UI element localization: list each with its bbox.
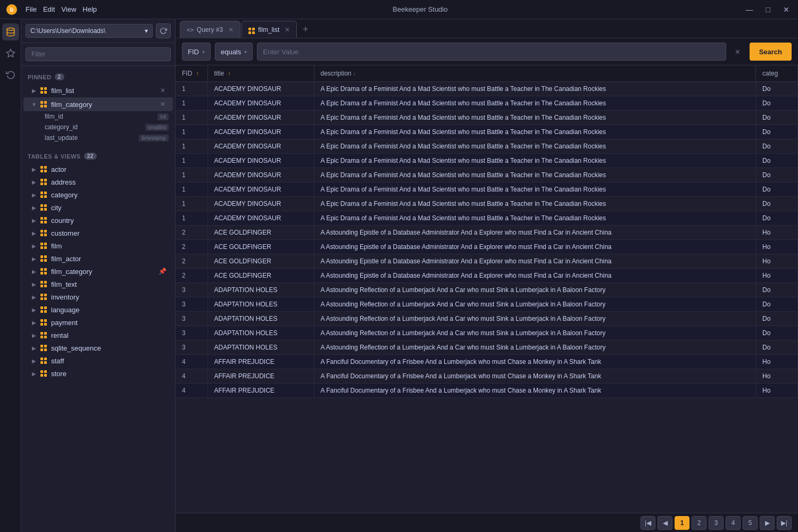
sidebar-item-film-category-table[interactable]: ▶ film_category 📌: [23, 265, 173, 278]
cell-description: A Epic Drama of a Feminist And a Mad Sci…: [314, 82, 756, 96]
first-page-button[interactable]: |◀: [641, 516, 655, 530]
last-page-button[interactable]: ▶|: [777, 516, 792, 530]
add-tab-button[interactable]: +: [298, 22, 313, 37]
connection-select[interactable]: C:\Users\User\Downloads\ ▾: [26, 24, 153, 38]
close-button[interactable]: ✕: [781, 5, 792, 14]
cell-title: ADAPTATION HOLES: [207, 326, 314, 340]
tree-child-last-update: last_update timestamp: [21, 132, 175, 143]
sidebar-item-staff[interactable]: ▶ staff: [23, 354, 173, 367]
menu-help[interactable]: Help: [82, 5, 97, 13]
filter-value-input[interactable]: [257, 43, 726, 61]
sidebar-item-inventory[interactable]: ▶ inventory: [23, 290, 173, 303]
table-row[interactable]: 4 AFFAIR PREJUDICE A Fanciful Documentar…: [176, 384, 798, 398]
cell-description: A Epic Drama of a Feminist And a Mad Sci…: [314, 168, 756, 182]
page-5-button[interactable]: 5: [743, 516, 758, 530]
table-row[interactable]: 1 ACADEMY DINOSAUR A Epic Drama of a Fem…: [176, 125, 798, 139]
table-row[interactable]: 1 ACADEMY DINOSAUR A Epic Drama of a Fem…: [176, 154, 798, 168]
search-button[interactable]: Search: [750, 43, 792, 61]
sidebar-item-category[interactable]: ▶ category: [23, 188, 173, 201]
data-table: FID ↑ title ↑ description ↓ categ 1 ACAD…: [176, 65, 798, 398]
table-row[interactable]: 1 ACADEMY DINOSAUR A Epic Drama of a Fem…: [176, 197, 798, 211]
table-row[interactable]: 1 ACADEMY DINOSAUR A Epic Drama of a Fem…: [176, 182, 798, 197]
table-row[interactable]: 2 ACE GOLDFINGER A Astounding Epistle of…: [176, 254, 798, 269]
sidebar-item-film-category[interactable]: ▼ film_category ✕: [23, 97, 173, 111]
filter-clear-button[interactable]: ✕: [730, 44, 745, 59]
cell-title: ACADEMY DINOSAUR: [207, 154, 314, 168]
tab-query3-close[interactable]: ✕: [228, 26, 234, 34]
table-grid-icon-inventory: [39, 293, 48, 301]
operator-select-label: equals: [221, 48, 241, 56]
sidebar-item-sqlite-sequence[interactable]: ▶ sqlite_sequence: [23, 342, 173, 354]
table-row[interactable]: 1 ACADEMY DINOSAUR A Epic Drama of a Fem…: [176, 111, 798, 125]
refresh-button[interactable]: [156, 23, 171, 38]
history-icon-btn[interactable]: [2, 66, 19, 83]
cell-title: ACADEMY DINOSAUR: [207, 139, 314, 154]
sidebar-item-film-actor[interactable]: ▶ film_actor: [23, 252, 173, 265]
cell-categ: Do: [756, 312, 798, 326]
sidebar-item-payment[interactable]: ▶ payment: [23, 316, 173, 329]
pagination: |◀ ◀ 1 2 3 4 5 ▶ ▶|: [176, 513, 798, 532]
next-page-button[interactable]: ▶: [760, 516, 775, 530]
col-header-title[interactable]: title ↑: [207, 65, 314, 82]
table-container[interactable]: FID ↑ title ↑ description ↓ categ 1 ACAD…: [176, 65, 798, 513]
tab-query3[interactable]: <> Query #3 ✕: [180, 21, 240, 38]
sidebar-filter-bar: [21, 43, 175, 66]
col-header-categ[interactable]: categ: [756, 65, 798, 82]
table-row[interactable]: 3 ADAPTATION HOLES A Astounding Reflecti…: [176, 312, 798, 326]
table-row[interactable]: 1 ACADEMY DINOSAUR A Epic Drama of a Fem…: [176, 168, 798, 182]
tab-film-list-close[interactable]: ✕: [285, 26, 290, 34]
chevron-right-icon-country: ▶: [30, 216, 38, 225]
database-icon-btn[interactable]: [2, 23, 19, 40]
page-3-button[interactable]: 3: [709, 516, 724, 530]
table-row[interactable]: 3 ADAPTATION HOLES A Astounding Reflecti…: [176, 340, 798, 355]
table-row[interactable]: 3 ADAPTATION HOLES A Astounding Reflecti…: [176, 297, 798, 312]
col-header-description[interactable]: description ↓: [314, 65, 756, 82]
sidebar-item-store[interactable]: ▶ store: [23, 367, 173, 380]
tab-film-list[interactable]: film_list ✕: [242, 21, 297, 38]
cell-description: A Epic Drama of a Feminist And a Mad Sci…: [314, 197, 756, 211]
table-row[interactable]: 3 ADAPTATION HOLES A Astounding Reflecti…: [176, 283, 798, 297]
close-icon[interactable]: ✕: [159, 86, 167, 95]
sidebar-item-actor[interactable]: ▶ actor: [23, 163, 173, 176]
cell-title: ACADEMY DINOSAUR: [207, 125, 314, 139]
operator-select[interactable]: equals ▾: [215, 43, 253, 61]
page-1-button[interactable]: 1: [675, 516, 689, 530]
menu-file[interactable]: File: [26, 5, 37, 13]
sidebar-item-city[interactable]: ▶ city: [23, 201, 173, 214]
cell-title: ADAPTATION HOLES: [207, 312, 314, 326]
sidebar-item-address[interactable]: ▶ address: [23, 176, 173, 188]
sidebar-item-customer[interactable]: ▶ customer: [23, 227, 173, 239]
cell-categ: Ho: [756, 355, 798, 369]
table-row[interactable]: 4 AFFAIR PREJUDICE A Fanciful Documentar…: [176, 369, 798, 384]
sidebar-item-film-list[interactable]: ▶ film_list ✕: [23, 84, 173, 97]
field-select[interactable]: FID ▾: [182, 43, 211, 61]
page-4-button[interactable]: 4: [726, 516, 741, 530]
sidebar-item-film[interactable]: ▶ film: [23, 239, 173, 252]
table-row[interactable]: 1 ACADEMY DINOSAUR A Epic Drama of a Fem…: [176, 82, 798, 96]
table-row[interactable]: 2 ACE GOLDFINGER A Astounding Epistle of…: [176, 240, 798, 254]
minimize-button[interactable]: —: [744, 5, 755, 14]
menu-view[interactable]: View: [61, 5, 76, 13]
starred-icon-btn[interactable]: [2, 45, 19, 62]
sidebar-item-language[interactable]: ▶ language: [23, 303, 173, 316]
col-header-fid[interactable]: FID ↑: [176, 65, 207, 82]
close-icon-2[interactable]: ✕: [159, 99, 167, 109]
sidebar-filter-input[interactable]: [26, 47, 171, 61]
page-2-button[interactable]: 2: [692, 516, 706, 530]
table-row[interactable]: 1 ACADEMY DINOSAUR A Epic Drama of a Fem…: [176, 96, 798, 111]
table-row[interactable]: 4 AFFAIR PREJUDICE A Fanciful Documentar…: [176, 355, 798, 369]
sidebar-item-rental[interactable]: ▶ rental: [23, 329, 173, 342]
sort-arrow-desc: ↓: [353, 71, 356, 77]
main-content: <> Query #3 ✕ film_list ✕ + FID ▾ equals…: [176, 19, 798, 532]
table-row[interactable]: 1 ACADEMY DINOSAUR A Epic Drama of a Fem…: [176, 139, 798, 154]
maximize-button[interactable]: □: [764, 5, 772, 14]
prev-page-button[interactable]: ◀: [658, 516, 672, 530]
table-row[interactable]: 2 ACE GOLDFINGER A Astounding Epistle of…: [176, 269, 798, 283]
menu-edit[interactable]: Edit: [43, 5, 55, 13]
cell-fid: 1: [176, 125, 207, 139]
table-row[interactable]: 3 ADAPTATION HOLES A Astounding Reflecti…: [176, 326, 798, 340]
table-row[interactable]: 2 ACE GOLDFINGER A Astounding Epistle of…: [176, 226, 798, 240]
sidebar-item-country[interactable]: ▶ country: [23, 214, 173, 227]
table-row[interactable]: 1 ACADEMY DINOSAUR A Epic Drama of a Fem…: [176, 211, 798, 226]
sidebar-item-film-text[interactable]: ▶ film_text: [23, 278, 173, 290]
